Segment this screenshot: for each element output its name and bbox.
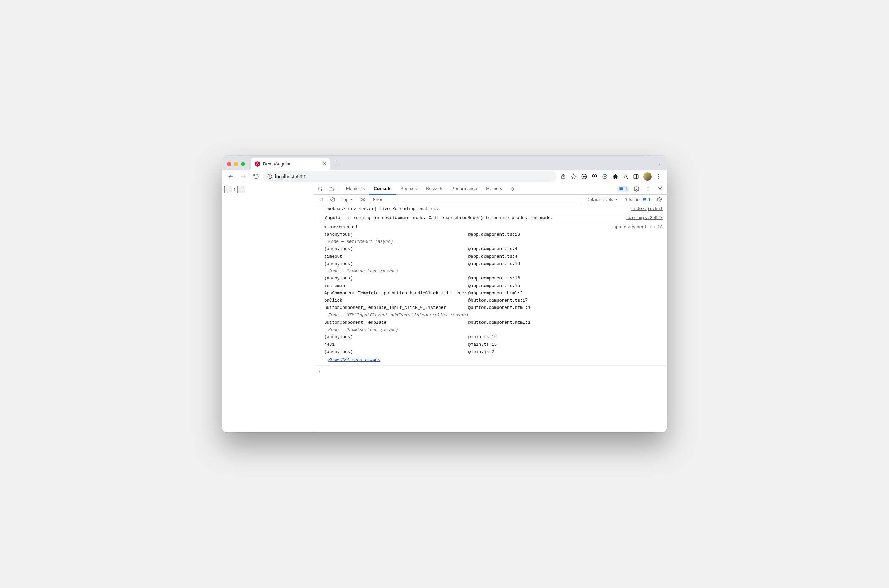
frame-function: 4431 [324, 341, 469, 349]
log-source-link[interactable]: index.js:551 [627, 206, 662, 213]
tab-performance[interactable]: Performance [447, 183, 481, 195]
tab-title: DemoAngular [263, 161, 291, 166]
trace-toggle[interactable]: ▼ incremented app.component.ts:18 [324, 224, 662, 231]
extension-icon-2[interactable] [592, 173, 598, 180]
labs-flask-icon[interactable] [623, 173, 629, 180]
frame-function: onClick [324, 297, 469, 304]
tab-memory[interactable]: Memory [482, 183, 506, 195]
frame-source-link[interactable]: main.ts:13 [471, 341, 662, 349]
frame-source-link[interactable]: button.component.html:1 [471, 319, 662, 327]
back-button[interactable] [226, 171, 236, 182]
issues-chip[interactable]: 1 Issue: 1 [623, 197, 653, 202]
console-settings-icon[interactable] [655, 195, 665, 204]
devtools-close-icon[interactable] [655, 184, 665, 194]
svg-rect-26 [331, 188, 333, 191]
site-info-icon[interactable] [267, 174, 272, 179]
tab-elements[interactable]: Elements [342, 183, 369, 195]
console-filterbar: top Default levels 1 Issue: 1 [314, 195, 667, 205]
svg-point-21 [658, 174, 659, 175]
extension-icon-1[interactable] [581, 173, 587, 180]
toolbar: localhost:4200 [222, 170, 667, 183]
new-tab-button[interactable]: ＋ [332, 159, 342, 169]
caret-down-icon: ▼ [324, 224, 327, 230]
frame-at: @ [469, 290, 471, 297]
frame-at: @ [469, 283, 471, 290]
extensions-puzzle-icon[interactable] [612, 173, 618, 180]
frame-at: @ [469, 261, 471, 268]
frame-source-link[interactable]: app.component.ts:16 [471, 261, 662, 268]
bookmark-star-icon[interactable] [571, 173, 577, 180]
log-levels-selector[interactable]: Default levels [583, 197, 621, 202]
device-toolbar-icon[interactable] [326, 184, 336, 194]
messages-badge[interactable]: 1 [617, 186, 629, 192]
tab-console[interactable]: Console [369, 183, 395, 195]
svg-point-10 [582, 174, 587, 179]
address-bar[interactable]: localhost:4200 [263, 171, 557, 182]
frame-function: timeout [324, 253, 469, 261]
svg-point-18 [604, 176, 606, 177]
window-close-button[interactable] [227, 162, 231, 166]
inspect-element-icon[interactable] [316, 184, 326, 194]
forward-button[interactable] [238, 171, 249, 182]
frame-source-link[interactable]: main.js:2 [471, 349, 662, 356]
messages-count: 1 [625, 186, 627, 191]
frame-source-link[interactable]: app.component.ts:18 [471, 231, 662, 238]
window-minimize-button[interactable] [234, 162, 238, 166]
tab-sources[interactable]: Sources [396, 183, 421, 195]
stack-frames: (anonymous)@ app.component.ts:18Zone — s… [324, 231, 662, 356]
svg-rect-33 [319, 198, 323, 201]
frame-at: @ [469, 341, 471, 349]
devtools-settings-icon[interactable] [632, 184, 641, 194]
frame-source-link[interactable]: app.component.ts:4 [471, 246, 662, 253]
frame-function: (anonymous) [324, 246, 469, 253]
frame-source-link[interactable]: app.component.ts:15 [471, 283, 662, 290]
live-expression-icon[interactable] [358, 195, 368, 204]
frame-source-link[interactable]: app.component.ts:4 [471, 253, 662, 261]
share-icon[interactable] [560, 173, 566, 180]
log-message: Angular is running in development mode. … [314, 214, 667, 223]
console-output: [webpack-dev-server] Live Reloading enab… [314, 205, 667, 432]
devtools-menu-icon[interactable] [643, 184, 653, 194]
decrement-button[interactable]: - [237, 186, 245, 193]
frame-source-link[interactable]: app.component.ts:16 [471, 275, 662, 282]
zone-frame: Zone — HTMLInputElement.addEventListener… [324, 312, 662, 319]
trace-source-link[interactable]: app.component.ts:18 [613, 224, 662, 231]
profile-avatar[interactable] [643, 172, 652, 181]
frame-source-link[interactable]: app.component.html:2 [471, 290, 662, 297]
clear-console-icon[interactable] [328, 195, 337, 204]
browser-tab[interactable]: DemoAngular × [251, 158, 330, 170]
chrome-menu-icon[interactable] [656, 173, 662, 180]
filter-input[interactable] [370, 196, 581, 204]
window-expand-icon[interactable] [657, 162, 664, 167]
extension-icon-3[interactable] [602, 173, 608, 180]
context-selector[interactable]: top [339, 195, 356, 204]
svg-point-14 [595, 174, 596, 177]
devtools-tabbar: Elements Console Sources Network Perform… [314, 183, 667, 195]
frame-source-link[interactable]: button.component.ts:17 [471, 297, 662, 304]
increment-button[interactable]: + [224, 186, 232, 193]
console-sidebar-toggle-icon[interactable] [316, 195, 326, 204]
frame-function: (anonymous) [324, 275, 469, 282]
frame-function: ButtonComponent_Template [324, 319, 469, 327]
log-source-link[interactable]: core.mjs:25627 [622, 214, 662, 222]
frame-source-link[interactable]: button.component.html:1 [471, 304, 662, 312]
frame-source-link[interactable]: main.ts:15 [471, 334, 662, 341]
reload-button[interactable] [251, 171, 261, 182]
svg-point-12 [584, 176, 585, 176]
chevron-right-icon: › [318, 368, 321, 375]
svg-point-37 [362, 199, 363, 200]
svg-point-23 [658, 178, 659, 178]
window-zoom-button[interactable] [241, 162, 245, 166]
svg-rect-19 [634, 174, 638, 178]
svg-point-13 [592, 174, 595, 177]
show-more-frames-link[interactable]: Show 234 more frames [324, 357, 380, 364]
more-tabs-icon[interactable] [507, 184, 517, 194]
svg-point-27 [636, 188, 637, 189]
log-message: [webpack-dev-server] Live Reloading enab… [314, 205, 667, 214]
close-tab-icon[interactable]: × [323, 160, 326, 167]
tab-network[interactable]: Network [422, 183, 447, 195]
zone-frame: Zone — Promise.then (async) [324, 327, 662, 334]
frame-at: @ [469, 246, 471, 253]
sidepanel-icon[interactable] [633, 173, 639, 180]
console-prompt[interactable]: › [314, 366, 667, 377]
